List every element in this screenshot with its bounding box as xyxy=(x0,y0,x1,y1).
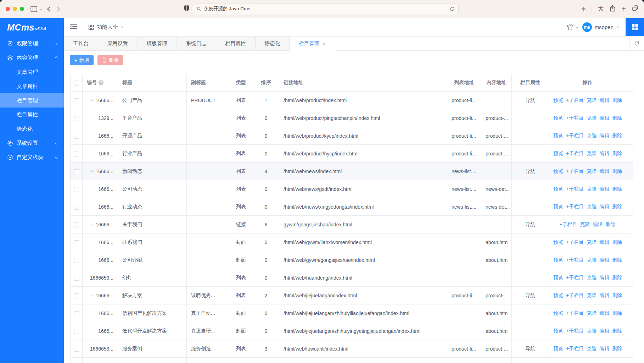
forward-button[interactable] xyxy=(56,6,60,12)
op-link[interactable]: +子栏目 xyxy=(566,257,584,263)
address-bar[interactable]: 免疫开源的 Java Cms xyxy=(193,4,459,14)
sidebar-item-permission[interactable]: 权限管理 xyxy=(0,37,64,51)
op-link[interactable]: 预览 xyxy=(553,275,563,280)
privacy-shield-icon[interactable] xyxy=(184,5,189,13)
browser-sidebar-toggle-icon[interactable] xyxy=(30,6,37,12)
op-link[interactable]: +子栏目 xyxy=(566,168,584,174)
op-link[interactable]: 编辑 xyxy=(599,97,609,103)
op-link[interactable]: 编辑 xyxy=(599,292,609,298)
op-link[interactable]: 预览 xyxy=(553,168,563,174)
tab[interactable]: 工作台 xyxy=(64,37,98,51)
op-link[interactable]: 删除 xyxy=(612,97,622,103)
tab[interactable]: 系统日志 xyxy=(177,37,216,51)
op-link[interactable]: 预览 xyxy=(553,346,563,351)
new-tab-button[interactable]: + xyxy=(622,5,626,12)
op-link[interactable]: 克隆 xyxy=(587,168,597,174)
delete-button[interactable]: 删除 xyxy=(97,55,123,65)
close-window-button[interactable] xyxy=(6,7,10,11)
op-link[interactable]: +子栏目 xyxy=(566,239,584,245)
op-link[interactable]: +子栏目 xyxy=(566,97,584,103)
op-link[interactable]: 预览 xyxy=(553,115,563,121)
op-link[interactable]: 删除 xyxy=(612,168,622,174)
op-link[interactable]: +子栏目 xyxy=(559,221,577,227)
row-checkbox[interactable] xyxy=(74,276,79,281)
theme-switcher[interactable] xyxy=(567,24,578,31)
op-link[interactable]: +子栏目 xyxy=(566,204,584,209)
op-link[interactable]: 预览 xyxy=(553,310,563,316)
op-link[interactable]: 预览 xyxy=(553,133,563,138)
op-link[interactable]: 编辑 xyxy=(599,257,609,263)
op-link[interactable]: 克隆 xyxy=(587,275,597,280)
row-checkbox[interactable] xyxy=(74,240,79,245)
op-link[interactable]: 克隆 xyxy=(587,186,597,192)
row-checkbox[interactable] xyxy=(74,222,79,227)
tab[interactable]: 栏目管理 × xyxy=(290,37,335,51)
row-checkbox[interactable] xyxy=(74,134,79,139)
op-link[interactable]: 预览 xyxy=(553,186,563,192)
sidebar-item-content[interactable]: 内容管理 xyxy=(0,51,64,65)
sidebar-subitem[interactable]: 文章管理 xyxy=(0,65,64,79)
op-link[interactable]: 编辑 xyxy=(599,150,609,156)
tab[interactable]: 静态化 xyxy=(256,37,290,51)
row-checkbox[interactable] xyxy=(74,169,79,174)
op-link[interactable]: 克隆 xyxy=(587,257,597,263)
op-link[interactable]: 克隆 xyxy=(587,292,597,298)
row-checkbox[interactable] xyxy=(74,152,79,156)
sidebar-chevron-icon[interactable] xyxy=(40,7,42,10)
op-link[interactable]: 克隆 xyxy=(587,150,597,156)
op-link[interactable]: 删除 xyxy=(612,310,622,316)
back-button[interactable] xyxy=(47,6,51,12)
op-link[interactable]: 删除 xyxy=(612,115,622,121)
menu-fold-icon[interactable] xyxy=(70,23,77,31)
apps-grid-button[interactable] xyxy=(626,18,644,36)
op-link[interactable]: 删除 xyxy=(612,186,622,192)
op-link[interactable]: +子栏目 xyxy=(566,292,584,298)
op-link[interactable]: 删除 xyxy=(612,150,622,156)
minimize-window-button[interactable] xyxy=(13,7,17,11)
refresh-tab-button[interactable] xyxy=(629,37,644,51)
op-link[interactable]: 编辑 xyxy=(599,239,609,245)
op-link[interactable]: 克隆 xyxy=(587,97,597,103)
zoom-window-button[interactable] xyxy=(20,7,24,11)
sidebar-item-system[interactable]: 系统设置 xyxy=(0,136,64,150)
row-checkbox[interactable] xyxy=(74,258,79,263)
feature-menu[interactable]: 功能大全 xyxy=(88,24,124,31)
op-link[interactable]: 预览 xyxy=(553,257,563,263)
op-link[interactable]: +子栏目 xyxy=(566,275,584,280)
help-icon[interactable]: ? xyxy=(99,80,103,85)
op-link[interactable]: 编辑 xyxy=(599,328,609,334)
op-link[interactable]: 预览 xyxy=(553,97,563,103)
reload-icon[interactable] xyxy=(450,6,455,11)
op-link[interactable]: 删除 xyxy=(612,275,622,280)
row-checkbox[interactable] xyxy=(74,205,79,210)
op-link[interactable]: 预览 xyxy=(553,328,563,334)
op-link[interactable]: 克隆 xyxy=(587,328,597,334)
op-link[interactable]: 预览 xyxy=(553,204,563,209)
row-checkbox[interactable] xyxy=(74,98,79,103)
row-checkbox[interactable] xyxy=(74,293,79,298)
expand-chevron-icon[interactable] xyxy=(90,222,94,226)
op-link[interactable]: +子栏目 xyxy=(566,186,584,192)
select-all-checkbox[interactable] xyxy=(74,81,79,86)
op-link[interactable]: +子栏目 xyxy=(566,133,584,138)
op-link[interactable]: 删除 xyxy=(612,328,622,334)
sidebar-item-custom[interactable]: 自定义模块 xyxy=(0,150,64,164)
tab-close-icon[interactable]: × xyxy=(323,41,326,46)
op-link[interactable]: 克隆 xyxy=(587,204,597,209)
op-link[interactable]: 删除 xyxy=(612,292,622,298)
tab[interactable]: 应用设置 xyxy=(98,37,138,51)
op-link[interactable]: 预览 xyxy=(553,150,563,156)
op-link[interactable]: 克隆 xyxy=(587,115,597,121)
decrease-text-size-button[interactable]: 小 xyxy=(581,6,586,12)
op-link[interactable]: 删除 xyxy=(612,257,622,263)
user-menu[interactable]: ms msopen xyxy=(582,22,618,32)
share-icon[interactable] xyxy=(610,5,616,13)
row-checkbox[interactable] xyxy=(74,116,79,121)
expand-chevron-icon[interactable] xyxy=(90,169,94,172)
tab[interactable]: 模版管理 xyxy=(138,37,177,51)
row-checkbox[interactable] xyxy=(74,347,79,352)
op-link[interactable]: +子栏目 xyxy=(566,115,584,121)
op-link[interactable]: 编辑 xyxy=(599,346,609,351)
op-link[interactable]: 编辑 xyxy=(599,186,609,192)
op-link[interactable]: 克隆 xyxy=(580,221,590,227)
